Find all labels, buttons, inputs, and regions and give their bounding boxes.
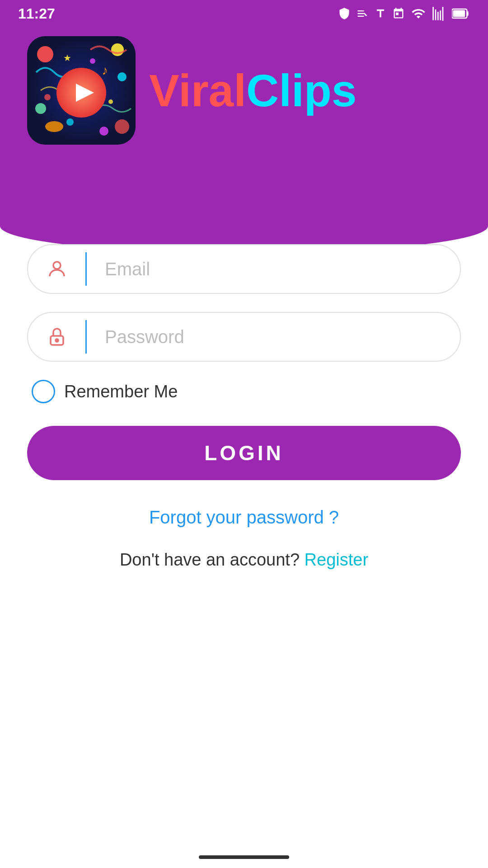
notes-icon <box>356 6 369 21</box>
shield-icon <box>338 6 351 21</box>
email-input-wrapper <box>27 244 461 294</box>
svg-point-6 <box>117 72 127 81</box>
svg-point-17 <box>108 99 113 104</box>
svg-rect-1 <box>467 11 468 16</box>
email-icon-section <box>28 252 87 286</box>
login-button[interactable]: LOGIN <box>27 426 461 480</box>
password-field[interactable] <box>87 327 460 347</box>
email-input-group <box>27 244 461 294</box>
app-title-viral: Viral <box>149 65 246 116</box>
app-icon: ♪ ★ <box>27 36 136 145</box>
signal-icon <box>432 6 446 21</box>
register-link[interactable]: Register <box>305 550 369 569</box>
status-time: 11:27 <box>18 5 55 22</box>
svg-point-16 <box>66 118 74 126</box>
lock-icon <box>46 326 68 348</box>
remember-me-checkbox[interactable] <box>32 380 55 403</box>
svg-point-5 <box>111 43 124 56</box>
app-title-clips: Clips <box>246 65 357 116</box>
svg-point-8 <box>115 119 129 134</box>
svg-point-18 <box>44 94 51 100</box>
wifi-icon <box>410 6 427 21</box>
status-bar: 11:27 <box>0 0 488 27</box>
password-icon-section <box>28 320 87 354</box>
status-icons <box>338 6 470 21</box>
bottom-bar <box>199 855 289 859</box>
text-icon <box>374 6 387 21</box>
register-row: Don't have an account? Register <box>27 550 461 570</box>
svg-point-10 <box>99 127 108 136</box>
no-account-text: Don't have an account? <box>120 550 300 569</box>
password-input-group <box>27 312 461 362</box>
logo-container: ♪ ★ ViralClips <box>27 36 461 145</box>
svg-rect-2 <box>453 10 465 17</box>
form-container: Remember Me LOGIN Forgot your password ?… <box>27 244 461 570</box>
svg-point-21 <box>56 339 58 342</box>
remember-me-row: Remember Me <box>27 380 461 403</box>
calendar-icon <box>392 6 405 21</box>
svg-text:♪: ♪ <box>102 63 108 77</box>
svg-point-19 <box>53 262 61 269</box>
svg-point-4 <box>37 46 53 62</box>
password-input-wrapper <box>27 312 461 362</box>
user-icon <box>46 258 68 280</box>
svg-point-9 <box>45 121 63 132</box>
email-field[interactable] <box>87 259 460 279</box>
svg-point-7 <box>35 103 46 114</box>
forgot-password-link[interactable]: Forgot your password ? <box>27 507 461 528</box>
svg-point-15 <box>90 58 95 64</box>
battery-icon <box>452 7 470 20</box>
app-title: ViralClips <box>149 68 357 113</box>
remember-me-label: Remember Me <box>64 382 178 401</box>
svg-text:★: ★ <box>63 53 71 63</box>
